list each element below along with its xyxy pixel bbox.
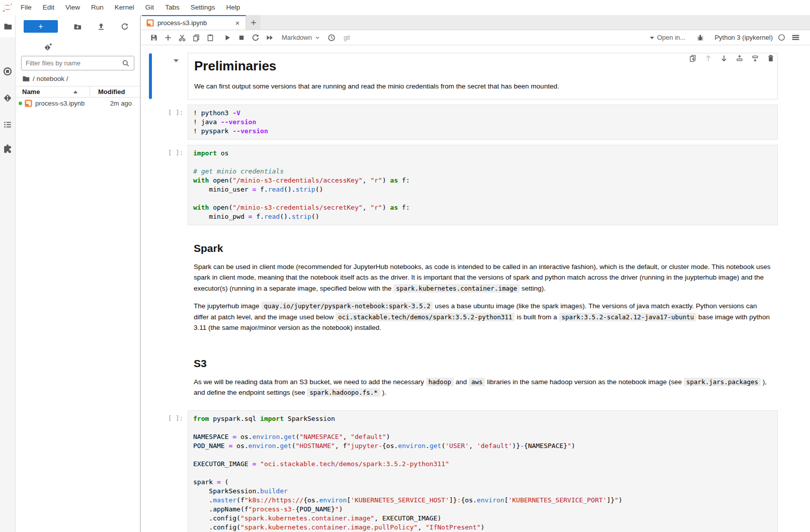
notebook-toolbar: Markdown git Open in... Python 3 (ipyker… [142, 30, 810, 45]
copy-icon[interactable] [192, 34, 200, 42]
file-modified: 2m ago [104, 100, 140, 107]
kernel-name-button[interactable]: Python 3 (ipykernel) [714, 34, 773, 41]
cell-gutter [142, 230, 188, 340]
tab-process-s3[interactable]: process-s3.ipynb × [142, 15, 246, 30]
menu-item-help[interactable]: Help [220, 0, 246, 15]
refresh-icon[interactable] [121, 23, 129, 31]
notebook-cell-code-versions[interactable]: [ ]:! python3 -V! java --version! pyspar… [142, 105, 810, 140]
markdown-rendered[interactable]: SparkSpark can be used in client mode (r… [188, 230, 778, 340]
code-line: minio_pwd = f.read().strip() [193, 212, 772, 221]
code-line [193, 158, 772, 167]
kernel-status-icon[interactable] [778, 34, 785, 41]
menu-item-tabs[interactable]: Tabs [159, 0, 185, 15]
code-line: .config("spark.kubernetes.container.imag… [193, 523, 772, 532]
running-kernels-tab-icon[interactable] [0, 60, 15, 82]
bug-icon[interactable] [696, 34, 704, 42]
notebook-content: PreliminariesWe can first output some ve… [142, 46, 810, 532]
code-line: ! pyspark --version [193, 127, 772, 136]
menu-item-file[interactable]: File [15, 0, 37, 15]
file-browser-tab-folder-icon[interactable] [0, 15, 15, 37]
extensions-tab-puzzle-icon[interactable] [0, 137, 15, 159]
new-tab-button[interactable] [246, 15, 261, 30]
filter-files-input[interactable] [26, 59, 122, 67]
menu-item-run[interactable]: Run [86, 0, 109, 15]
code-line: with open("/minio-s3-credentials/secretK… [193, 203, 772, 212]
stop-icon[interactable] [237, 34, 246, 42]
delete-cell-icon[interactable] [767, 54, 775, 62]
breadcrumb[interactable]: / notebook / [16, 70, 140, 86]
menu-item-edit[interactable]: Edit [37, 0, 60, 15]
notebook-cell-md-spark[interactable]: SparkSpark can be used in client mode (r… [142, 230, 810, 340]
git-tab-icon[interactable] [0, 87, 15, 109]
menu-items: FileEditViewRunKernelGitTabsSettingsHelp [15, 0, 246, 15]
cell-prompt: [ ]: [168, 149, 183, 156]
cell-prompt: [ ]: [168, 109, 183, 116]
menu-bar: FileEditViewRunKernelGitTabsSettingsHelp [0, 0, 810, 15]
notebook-menu-hamburger-icon[interactable] [791, 33, 800, 42]
paste-icon[interactable] [206, 34, 214, 42]
file-status-dot [19, 102, 22, 105]
cell-gutter: [ ]: [142, 105, 188, 140]
notebook-cell-code-minio-credentials[interactable]: [ ]:import os # get minio credentialswit… [142, 145, 810, 225]
code-editor[interactable]: ! python3 -V! java --version! pyspark --… [188, 105, 778, 140]
cell-gutter: [ ]: [142, 410, 188, 532]
new-folder-icon[interactable] [73, 23, 82, 31]
open-in-dropdown[interactable]: Open in... [650, 34, 685, 41]
restart-icon[interactable] [252, 34, 260, 42]
notebook-file-icon [25, 100, 32, 107]
run-icon[interactable] [223, 34, 231, 42]
notebook-cell-code-spark-session[interactable]: [ ]:from pyspark.sql import SparkSession… [142, 410, 810, 532]
breadcrumb-path: / notebook / [33, 75, 68, 82]
tab-bar: process-s3.ipynb × [142, 15, 810, 30]
code-line: NAMESPACE = os.environ.get("NAMESPACE", … [193, 432, 772, 441]
notebook-cell-md-s3[interactable]: S3As we will be reading data from an S3 … [142, 345, 810, 405]
upload-icon[interactable] [97, 23, 105, 31]
new-launcher-button[interactable]: + [24, 20, 58, 33]
file-row[interactable]: process-s3.ipynb2m ago [16, 98, 140, 109]
move-up-icon[interactable] [704, 54, 712, 62]
insert-below-icon[interactable] [751, 54, 759, 62]
git-clone-icon[interactable] [16, 33, 140, 52]
markdown-paragraph: As we will be reading data from an S3 bu… [194, 377, 772, 398]
file-list: process-s3.ipynb2m ago [16, 98, 140, 109]
caret-down-icon [650, 35, 655, 40]
cell-list: PreliminariesWe can first output some ve… [142, 46, 810, 532]
home-folder-icon[interactable] [22, 75, 30, 82]
menu-item-settings[interactable]: Settings [185, 0, 221, 15]
code-line: # get minio credentials [193, 167, 772, 176]
save-icon[interactable] [150, 34, 158, 42]
menu-item-view[interactable]: View [60, 0, 86, 15]
code-line: .master(f"k8s://https://{os.environ['KUB… [193, 496, 772, 505]
clock-icon[interactable] [328, 34, 336, 42]
activity-bar [0, 15, 16, 532]
toolbar-right-group: Open in... Python 3 (ipykernel) [650, 33, 800, 42]
active-cell-indicator [149, 53, 152, 99]
code-editor[interactable]: from pyspark.sql import SparkSession NAM… [188, 410, 778, 532]
code-line [193, 423, 772, 432]
table-of-contents-tab-icon[interactable] [0, 114, 15, 136]
column-header-name[interactable]: Name [16, 88, 90, 96]
insert-above-icon[interactable] [736, 54, 744, 62]
code-line: spark = ( [193, 478, 772, 487]
menu-item-kernel[interactable]: Kernel [109, 0, 140, 15]
markdown-rendered[interactable]: S3As we will be reading data from an S3 … [188, 345, 778, 405]
cut-icon[interactable] [178, 34, 186, 42]
collapse-caret-icon[interactable] [174, 59, 179, 62]
markdown-paragraph: The jupyterhub image quay.io/jupyter/pys… [194, 301, 772, 333]
duplicate-cell-icon[interactable] [689, 54, 697, 62]
run-all-icon[interactable] [266, 34, 274, 42]
cell-prompt: [ ]: [168, 414, 183, 422]
tab-close-icon[interactable]: × [233, 19, 241, 27]
code-editor[interactable]: import os # get minio credentialswith op… [188, 145, 778, 225]
markdown-heading: Preliminaries [194, 58, 771, 74]
menu-item-git[interactable]: Git [140, 0, 159, 15]
code-line: with open("/minio-s3-credentials/accessK… [193, 176, 772, 185]
cell-type-dropdown[interactable]: Markdown [282, 34, 320, 41]
cell-gutter [142, 53, 188, 100]
code-line: minio_user = f.read().strip() [193, 185, 772, 194]
column-header-modified[interactable]: Modified [90, 86, 140, 97]
code-line: EXECUTOR_IMAGE = "oci.stackable.tech/dem… [193, 460, 772, 469]
add-cell-icon[interactable] [164, 34, 172, 42]
cell-gutter [142, 345, 188, 405]
move-down-icon[interactable] [720, 54, 728, 62]
